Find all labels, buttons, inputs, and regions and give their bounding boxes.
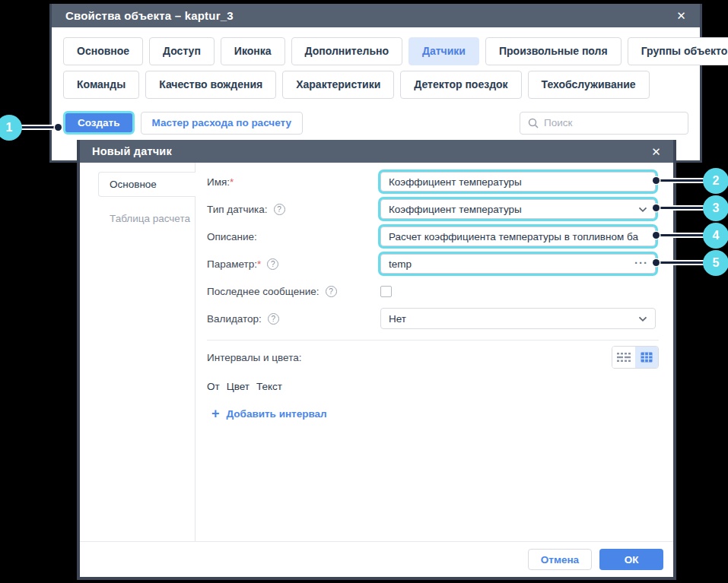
dialog-sidebar: Основное Таблица расчета: [80, 163, 196, 541]
parameter-label: Параметр:*: [207, 258, 261, 270]
callout-4-dot: [653, 232, 660, 239]
dialog-close-icon[interactable]: ✕: [651, 146, 661, 157]
consumption-wizard-button[interactable]: Мастер расхода по расчету: [141, 112, 303, 135]
object-properties-window: Свойства объекта – kaptur_3 ✕ Основное Д…: [49, 4, 702, 163]
sensor-type-label: Тип датчика:: [207, 204, 268, 215]
new-sensor-titlebar: Новый датчик ✕: [80, 140, 673, 163]
required-mark: *: [257, 258, 261, 270]
parameter-field: ···: [380, 254, 656, 274]
callout-2-badge: 2: [703, 168, 728, 194]
tabs-row-1: Основное Доступ Иконка Дополнительно Дат…: [63, 37, 688, 65]
validator-label: Валидатор:: [207, 313, 262, 325]
sensors-toolbar: Создать Мастер расхода по расчету: [52, 111, 700, 135]
help-icon[interactable]: ?: [274, 204, 285, 215]
last-message-checkbox[interactable]: [380, 286, 392, 297]
tab-trip-detector[interactable]: Детектор поездок: [400, 71, 521, 99]
callout-3-line: [659, 205, 704, 211]
tab-sensors[interactable]: Датчики: [409, 37, 479, 65]
tab-unit-groups[interactable]: Группы объектов: [628, 37, 728, 65]
description-input[interactable]: [389, 231, 647, 242]
validator-select[interactable]: Нет: [380, 308, 656, 329]
tabs-row-2: Команды Качество вождения Характеристики…: [63, 71, 688, 99]
callout-5-dot: [653, 259, 660, 266]
intervals-table-view-button[interactable]: [635, 347, 658, 368]
add-interval-link[interactable]: + Добавить интервал: [207, 407, 659, 420]
plus-icon: +: [211, 407, 220, 420]
last-message-label: Последнее сообщение:: [207, 286, 319, 297]
last-message-row: Последнее сообщение: ?: [207, 277, 659, 305]
search-input[interactable]: [544, 117, 680, 128]
tab-advanced[interactable]: Дополнительно: [291, 37, 402, 65]
intervals-table-icon: [641, 352, 653, 363]
name-field: [380, 172, 656, 192]
intervals-column-headers: От Цвет Текст: [207, 381, 659, 392]
help-icon[interactable]: ?: [326, 286, 337, 297]
description-row: Описание:: [207, 223, 659, 250]
tab-access[interactable]: Доступ: [149, 37, 215, 65]
dialog-title: Новый датчик: [92, 145, 172, 157]
search-icon: [528, 118, 539, 128]
validator-row: Валидатор: ? Нет: [207, 305, 659, 332]
tab-profile[interactable]: Характеристики: [282, 71, 394, 99]
callout-4-badge: 4: [703, 223, 728, 249]
dialog-content: Имя:* Тип датчика: ? Коэффициент темпера…: [196, 163, 673, 541]
help-icon[interactable]: ?: [268, 313, 279, 325]
callout-4-line: [659, 233, 704, 238]
ok-button[interactable]: ОК: [599, 549, 663, 570]
intervals-section-label: Интервалы и цвета:: [207, 352, 301, 363]
new-sensor-dialog: Новый датчик ✕ Основное Таблица расчета …: [77, 140, 676, 580]
parameter-more-button[interactable]: ···: [634, 256, 648, 269]
chevron-down-icon: [638, 316, 647, 322]
intervals-view-toggle: [612, 346, 659, 369]
chevron-down-icon: [638, 207, 647, 213]
window-title: Свойства объекта – kaptur_3: [65, 9, 234, 22]
callout-3-dot: [653, 204, 660, 211]
parameter-input[interactable]: [389, 258, 617, 270]
callout-5-badge: 5: [703, 250, 728, 276]
name-label: Имя:*: [207, 176, 234, 188]
callout-5-line: [659, 260, 704, 265]
sensor-type-value: Коэффициент температуры: [389, 204, 522, 215]
dialog-footer: Отмена ОК: [80, 541, 673, 577]
callout-1-line: [21, 125, 57, 130]
column-text: Текст: [256, 381, 282, 392]
intervals-list-view-button[interactable]: [612, 347, 635, 368]
sensor-type-select[interactable]: Коэффициент температуры: [380, 199, 656, 219]
tab-main[interactable]: Основное: [63, 37, 143, 65]
parameter-row: Параметр:* ? ···: [207, 250, 659, 277]
callout-3-badge: 3: [703, 195, 728, 221]
tab-custom-fields[interactable]: Произвольные поля: [485, 37, 622, 65]
callout-1-dot: [55, 124, 62, 131]
intervals-section-row: Интервалы и цвета:: [207, 341, 659, 374]
new-sensor-body: Основное Таблица расчета Имя:* Тип датчи…: [80, 163, 673, 541]
name-row: Имя:*: [207, 168, 659, 195]
properties-tabs: Основное Доступ Иконка Дополнительно Дат…: [52, 27, 700, 99]
sidebar-tab-main[interactable]: Основное: [98, 172, 196, 197]
sensor-search-box[interactable]: [520, 112, 688, 135]
name-input[interactable]: [389, 176, 647, 188]
close-icon[interactable]: ✕: [676, 10, 686, 21]
cancel-button[interactable]: Отмена: [528, 549, 592, 570]
sensor-type-row: Тип датчика: ? Коэффициент температуры: [207, 195, 659, 223]
description-label: Описание:: [207, 231, 257, 242]
tab-eco-driving[interactable]: Качество вождения: [145, 71, 276, 99]
column-color: Цвет: [227, 381, 250, 392]
validator-value: Нет: [389, 313, 406, 325]
required-mark: *: [230, 176, 234, 188]
callout-2-dot: [653, 177, 660, 184]
sidebar-tab-calculation-table[interactable]: Таблица расчета: [98, 206, 195, 231]
callout-2-line: [659, 178, 704, 183]
tab-maintenance[interactable]: Техобслуживание: [528, 71, 650, 99]
tab-commands[interactable]: Команды: [63, 71, 139, 99]
description-field: [380, 227, 656, 246]
create-sensor-button[interactable]: Создать: [63, 111, 135, 135]
add-interval-label: Добавить интервал: [227, 408, 327, 420]
callout-1-badge: 1: [0, 115, 22, 141]
column-from: От: [207, 381, 220, 392]
object-properties-titlebar: Свойства объекта – kaptur_3 ✕: [52, 4, 700, 27]
intervals-list-icon: [617, 352, 631, 363]
help-icon[interactable]: ?: [267, 258, 278, 270]
tab-icon[interactable]: Иконка: [221, 37, 285, 65]
